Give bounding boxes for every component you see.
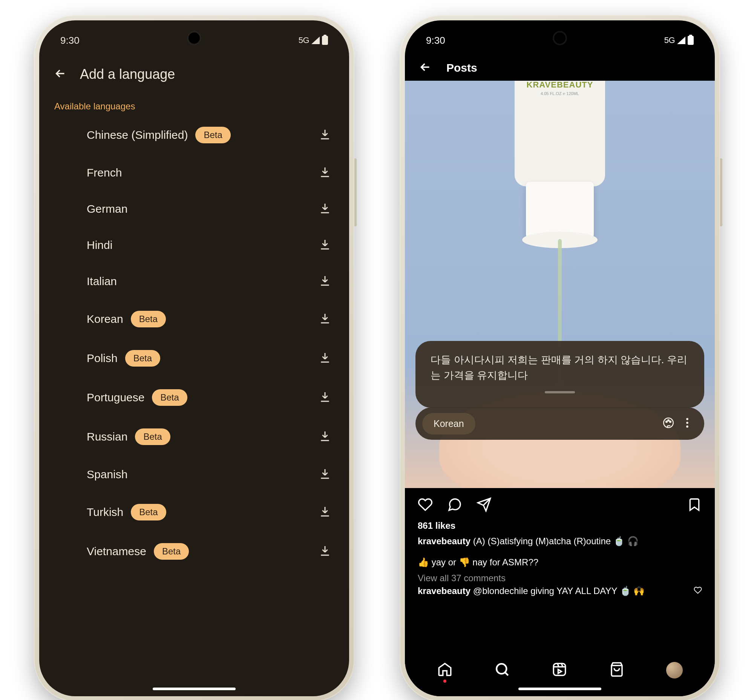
caption-text: (A) (S)atisfying (M)atcha (R)outine 🍵 🎧 [470,536,638,546]
post-caption-line2: 👍 yay or 👎 nay for ASMR?? [405,549,715,570]
language-row[interactable]: RussianBeta [39,417,339,456]
language-row[interactable]: German [39,191,339,227]
status-time: 9:30 [60,35,80,46]
language-row[interactable]: Spanish [39,456,339,492]
tab-home-icon[interactable] [437,661,453,679]
beta-badge: Beta [152,389,187,406]
comment-like-icon[interactable] [694,586,702,596]
language-row[interactable]: TurkishBeta [39,492,339,532]
language-name: French [87,166,122,179]
product-tube: KRAVEBEAUTY 4.05 FL.OZ ℮ 120ML [515,81,605,186]
language-name: Turkish [87,506,123,519]
svg-point-2 [668,420,669,421]
comment-text: @blondechile giving YAY ALL DAYY 🍵 🙌 [470,586,645,596]
like-icon[interactable] [418,497,433,514]
svg-point-4 [686,418,688,420]
brand-label: KRAVEBEAUTY [527,81,593,90]
view-all-comments[interactable]: View all 37 comments [405,570,715,584]
download-icon[interactable] [319,391,331,404]
notification-dot-icon [443,680,446,683]
language-name: German [87,203,127,216]
download-icon[interactable] [319,275,331,288]
download-icon[interactable] [319,202,331,216]
language-row[interactable]: KoreanBeta [39,300,339,339]
tab-shop-icon[interactable] [609,661,625,679]
section-label: Available languages [39,93,349,116]
language-name: Chinese (Simplified) [87,129,188,141]
beta-badge: Beta [131,504,166,520]
comment-icon[interactable] [447,497,462,514]
post-caption[interactable]: kravebeauty (A) (S)atisfying (M)atcha (R… [405,533,715,549]
beta-badge: Beta [135,428,170,445]
drag-handle-icon[interactable] [545,391,575,394]
screen-left: 9:30 5G Add a language Available languag… [39,20,349,696]
network-label: 5G [664,36,675,45]
phone-left: 9:30 5G Add a language Available languag… [34,15,354,700]
download-icon[interactable] [319,505,331,519]
language-list[interactable]: Chinese (Simplified)BetaFrenchGermanHind… [39,116,349,571]
language-name: Spanish [87,468,127,481]
status-icons: 5G [298,36,328,45]
tab-search-icon[interactable] [494,661,510,679]
beta-badge: Beta [154,543,189,560]
translation-toolbar: Korean [415,407,704,440]
svg-point-7 [496,664,506,673]
translation-text: 다들 아시다시피 저희는 판매를 거의 하지 않습니다. 우리는 가격을 유지합… [431,352,689,383]
back-arrow-icon[interactable] [53,67,67,82]
download-icon[interactable] [319,166,331,180]
language-name: Vietnamese [87,545,146,558]
download-icon[interactable] [319,312,331,326]
download-icon[interactable] [319,128,331,142]
download-icon[interactable] [319,238,331,252]
share-icon[interactable] [476,497,492,514]
comment-user[interactable]: kravebeauty [418,586,470,596]
language-row[interactable]: PortugueseBeta [39,378,339,417]
beta-badge: Beta [125,350,160,367]
download-icon[interactable] [319,352,331,365]
translation-bubble[interactable]: 다들 아시다시피 저희는 판매를 거의 하지 않습니다. 우리는 가격을 유지합… [415,341,704,408]
language-row[interactable]: Hindi [39,227,339,263]
signal-icon [677,37,685,44]
svg-point-1 [666,421,667,422]
post-actions [405,488,715,518]
language-row[interactable]: French [39,155,339,191]
palette-icon[interactable] [662,416,675,431]
home-indicator[interactable] [518,688,601,690]
language-row[interactable]: Italian [39,263,339,300]
posts-header: Posts [405,53,715,81]
phone-right: 9:30 5G Posts KRAVEBEAUTY 4.05 FL.OZ ℮ 1… [400,15,720,700]
caption-user[interactable]: kravebeauty [418,536,470,546]
download-icon[interactable] [319,468,331,481]
back-arrow-icon[interactable] [418,60,432,75]
svg-rect-8 [553,663,565,675]
page-title: Add a language [80,66,175,82]
language-row[interactable]: Chinese (Simplified)Beta [39,116,339,155]
language-name: Russian [87,430,127,443]
language-row[interactable]: VietnameseBeta [39,532,339,571]
svg-point-6 [686,425,688,428]
language-name: Korean [87,312,123,325]
comment-row[interactable]: kravebeauty @blondechile giving YAY ALL … [405,584,715,598]
bookmark-icon[interactable] [687,497,702,514]
home-indicator[interactable] [153,688,236,690]
tab-profile-avatar[interactable] [666,662,683,678]
svg-point-5 [686,422,688,424]
more-vert-icon[interactable] [681,416,694,431]
beta-badge: Beta [195,127,230,143]
language-row[interactable]: PolishBeta [39,339,339,378]
camera-cutout [189,33,200,44]
screen-right: 9:30 5G Posts KRAVEBEAUTY 4.05 FL.OZ ℮ 1… [405,20,715,696]
language-chip[interactable]: Korean [422,413,475,434]
language-name: Italian [87,275,117,288]
brand-sub: 4.05 FL.OZ ℮ 120ML [541,91,579,96]
post-media[interactable]: KRAVEBEAUTY 4.05 FL.OZ ℮ 120ML 다들 아시다시피 … [405,81,715,488]
status-icons: 5G [664,36,694,45]
signal-icon [311,37,320,44]
likes-count[interactable]: 861 likes [405,518,715,533]
status-time: 9:30 [426,35,445,46]
tab-reels-icon[interactable] [551,661,567,679]
page-header: Add a language [39,53,349,93]
download-icon[interactable] [319,545,331,558]
network-label: 5G [298,36,309,45]
download-icon[interactable] [319,430,331,444]
